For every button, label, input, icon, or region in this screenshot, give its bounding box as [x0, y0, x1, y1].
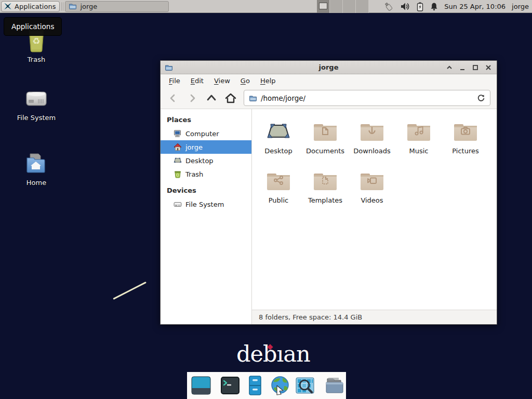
- folder-label: Pictures: [442, 147, 489, 155]
- sidebar-item-jorge[interactable]: jorge: [161, 140, 251, 154]
- web-browser-launcher[interactable]: [270, 375, 290, 396]
- desktop-icon-label: File System: [11, 114, 61, 122]
- folder-icon: [69, 2, 77, 10]
- shade-button[interactable]: [445, 63, 454, 72]
- removable-media-icon[interactable]: [383, 2, 394, 12]
- home-button[interactable]: [221, 90, 240, 106]
- workspace-switcher: [317, 0, 369, 13]
- window-titlebar[interactable]: jorge: [161, 61, 497, 74]
- battery-icon[interactable]: [416, 2, 424, 11]
- desktop-icon: [266, 118, 291, 143]
- folder-public[interactable]: Public: [255, 167, 302, 216]
- address-bar[interactable]: /home/jorge/: [244, 90, 490, 106]
- taskbar-window-label: jorge: [80, 3, 97, 10]
- desktop-icon: [174, 156, 182, 165]
- folder-videos[interactable]: Videos: [349, 167, 395, 216]
- sidebar-item-computer[interactable]: Computer: [161, 127, 251, 140]
- dock: [187, 372, 346, 399]
- home-folder-icon: [24, 151, 49, 176]
- folder-documents[interactable]: Documents: [302, 117, 349, 167]
- address-path: /home/jorge/: [261, 94, 305, 102]
- sidebar-item-label: Trash: [185, 170, 203, 178]
- close-button[interactable]: [484, 63, 493, 72]
- folder-label: Videos: [349, 196, 395, 204]
- file-manager-window: jorge File Edit View Go Help: [160, 60, 497, 325]
- panel-grip: [61, 3, 63, 10]
- sidebar-item-label: File System: [185, 201, 224, 208]
- folder-label: Downloads: [349, 147, 395, 155]
- minimize-button[interactable]: [458, 63, 467, 72]
- desktop-icon-label: Home: [11, 179, 61, 187]
- music-glyph-holder: [407, 124, 430, 141]
- app-finder-launcher[interactable]: [295, 375, 315, 396]
- panel-user-menu[interactable]: jorge: [512, 3, 529, 10]
- applications-tooltip: Applications: [4, 17, 62, 36]
- folder-templates[interactable]: Templates: [302, 167, 349, 216]
- volume-icon[interactable]: [401, 2, 410, 11]
- folder-downloads[interactable]: Downloads: [349, 117, 395, 167]
- menu-edit[interactable]: Edit: [185, 75, 209, 86]
- folder-desktop[interactable]: Desktop: [255, 117, 302, 167]
- menu-view[interactable]: View: [209, 75, 235, 86]
- back-button[interactable]: [164, 90, 182, 106]
- sidebar-item-file-system[interactable]: File System: [161, 197, 251, 211]
- folder-label: Music: [395, 147, 442, 155]
- sidebar-item-label: Desktop: [185, 157, 214, 165]
- folder-pictures[interactable]: Pictures: [442, 117, 489, 167]
- main-column: Desktop Documents: [252, 109, 497, 324]
- taskbar-window-button[interactable]: jorge: [65, 1, 169, 12]
- xfce-logo-icon: [3, 2, 12, 11]
- sidebar-item-desktop[interactable]: Desktop: [161, 154, 251, 167]
- system-tray: Sun 25 Apr, 10:06 jorge: [383, 0, 529, 13]
- hard-drive-icon: [174, 200, 182, 208]
- sidebar-header-places: Places: [161, 112, 251, 127]
- folder-icon: [249, 94, 257, 102]
- debian-wallpaper-logo: debıan: [236, 343, 310, 365]
- menu-file[interactable]: File: [164, 75, 185, 86]
- sidebar-item-trash[interactable]: Trash: [161, 167, 251, 181]
- top-panel: Applications jorge: [0, 0, 532, 13]
- file-icon-view[interactable]: Desktop Documents: [252, 109, 497, 310]
- folder-label: Documents: [302, 147, 349, 155]
- forward-button[interactable]: [183, 90, 201, 106]
- sidebar-header-devices: Devices: [161, 183, 251, 197]
- folder-label: Desktop: [255, 147, 302, 155]
- show-desktop-button[interactable]: [191, 375, 211, 396]
- workspace-4[interactable]: [356, 0, 369, 13]
- statusbar: 8 folders, Free space: 14.4 GiB: [252, 310, 497, 324]
- computer-icon: [174, 129, 182, 138]
- hard-drive-icon: [24, 86, 49, 111]
- panel-clock[interactable]: Sun 25 Apr, 10:06: [444, 3, 506, 10]
- toolbar: /home/jorge/: [161, 87, 497, 109]
- menu-go[interactable]: Go: [235, 75, 255, 86]
- window-body: Places Computer jorge: [161, 109, 497, 324]
- desktop-icon-label: Trash: [11, 56, 61, 63]
- sidebar-item-label: Computer: [185, 130, 219, 138]
- workspace-2[interactable]: [330, 0, 343, 13]
- folder-label: Public: [255, 196, 302, 204]
- desktop-artifact-line: [113, 282, 147, 300]
- file-manager-launcher[interactable]: [245, 375, 265, 396]
- window-controls: [445, 63, 493, 72]
- workspace-window-thumb: [319, 3, 327, 9]
- directory-menu-button[interactable]: [324, 375, 344, 396]
- notifications-bell-icon[interactable]: [430, 2, 438, 11]
- folder-music[interactable]: Music: [395, 117, 442, 167]
- reload-button[interactable]: [477, 94, 485, 102]
- sidebar: Places Computer jorge: [161, 109, 251, 324]
- applications-menu-label: Applications: [15, 3, 56, 10]
- desktop-icon-home[interactable]: Home: [11, 151, 61, 187]
- home-icon: [174, 143, 182, 151]
- desktop-icon-file-system[interactable]: File System: [11, 86, 61, 122]
- trash-icon: [174, 170, 182, 178]
- workspace-3[interactable]: [343, 0, 356, 13]
- svg-text:♻: ♻: [32, 36, 40, 46]
- up-button[interactable]: [202, 90, 220, 106]
- sidebar-item-label: jorge: [185, 143, 203, 151]
- applications-menu-button[interactable]: Applications: [1, 1, 60, 12]
- maximize-button[interactable]: [471, 63, 480, 72]
- menubar: File Edit View Go Help: [161, 74, 497, 87]
- workspace-1[interactable]: [317, 0, 330, 13]
- terminal-launcher[interactable]: [220, 375, 241, 396]
- menu-help[interactable]: Help: [255, 75, 281, 86]
